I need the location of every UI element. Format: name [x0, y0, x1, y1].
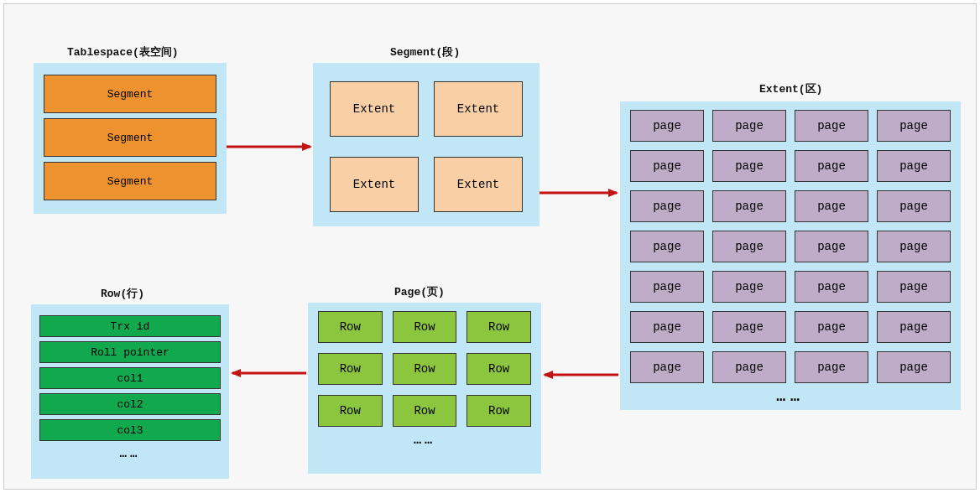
- row-ellipsis: ……: [39, 445, 221, 460]
- extent-page-cell: page: [630, 271, 704, 303]
- page-ellipsis: ……: [318, 427, 531, 448]
- page-row-cell: Row: [467, 353, 531, 385]
- extent-page-cell: page: [630, 150, 704, 182]
- extent-page-cell: page: [712, 190, 786, 222]
- row-field-cell: Roll pointer: [39, 341, 221, 363]
- row-field-cell: col1: [39, 367, 221, 389]
- page-panel: RowRowRowRowRowRowRowRowRow ……: [308, 303, 541, 474]
- page-title: Page(页): [394, 284, 445, 299]
- extent-page-cell: page: [630, 351, 704, 383]
- segment-extent-cell: Extent: [434, 81, 523, 137]
- extent-page-cell: page: [795, 110, 868, 142]
- extent-page-cell: page: [877, 271, 951, 303]
- page-row-cell: Row: [467, 311, 531, 343]
- extent-page-cell: page: [795, 231, 868, 262]
- extent-page-cell: page: [877, 311, 951, 343]
- row-title: Row(行): [101, 286, 144, 301]
- page-row-cell: Row: [318, 353, 383, 385]
- segment-extent-cell: Extent: [330, 81, 419, 137]
- segment-extent-cell: Extent: [330, 157, 419, 212]
- extent-page-cell: page: [877, 110, 951, 142]
- extent-page-cell: page: [795, 351, 868, 383]
- segment-extent-cell: Extent: [434, 157, 523, 212]
- extent-page-cell: page: [712, 150, 786, 182]
- page-row-cell: Row: [318, 311, 383, 343]
- tablespace-panel: SegmentSegmentSegment: [34, 63, 227, 214]
- extent-page-cell: page: [712, 311, 786, 343]
- row-field-cell: col2: [39, 393, 221, 415]
- extent-page-cell: page: [712, 351, 786, 383]
- extent-page-cell: page: [630, 311, 704, 343]
- extent-page-cell: page: [795, 150, 868, 182]
- segment-panel: ExtentExtentExtentExtent: [313, 63, 540, 226]
- page-row-cell: Row: [467, 395, 531, 427]
- extent-page-cell: page: [877, 150, 951, 182]
- extent-panel: pagepagepagepagepagepagepagepagepagepage…: [620, 101, 961, 410]
- tablespace-segment-cell: Segment: [44, 75, 216, 113]
- extent-page-cell: page: [712, 231, 786, 262]
- page-row-cell: Row: [393, 395, 457, 427]
- extent-page-cell: page: [877, 231, 951, 262]
- extent-page-cell: page: [630, 231, 704, 262]
- tablespace-segment-cell: Segment: [44, 162, 216, 200]
- page-row-cell: Row: [393, 353, 457, 385]
- extent-page-cell: page: [630, 190, 704, 222]
- tablespace-segment-cell: Segment: [44, 118, 216, 157]
- extent-page-cell: page: [795, 190, 868, 222]
- row-panel: Trx idRoll pointercol1col2col3 ……: [31, 304, 229, 479]
- page-row-cell: Row: [318, 395, 383, 427]
- extent-page-cell: page: [795, 271, 868, 303]
- segment-title: Segment(段): [390, 44, 460, 60]
- extent-page-cell: page: [795, 311, 868, 343]
- extent-page-cell: page: [630, 110, 704, 142]
- row-field-cell: col3: [39, 419, 221, 441]
- extent-page-cell: page: [877, 190, 951, 222]
- tablespace-title: Tablespace(表空间): [67, 44, 179, 60]
- extent-page-cell: page: [877, 351, 951, 383]
- extent-page-cell: page: [712, 271, 786, 303]
- extent-page-cell: page: [712, 110, 786, 142]
- row-field-cell: Trx id: [39, 315, 221, 337]
- extent-title: Extent(区): [759, 81, 822, 96]
- page-row-cell: Row: [393, 311, 457, 343]
- diagram-canvas: Tablespace(表空间) SegmentSegmentSegment Se…: [3, 3, 977, 490]
- extent-ellipsis: ……: [630, 383, 951, 405]
